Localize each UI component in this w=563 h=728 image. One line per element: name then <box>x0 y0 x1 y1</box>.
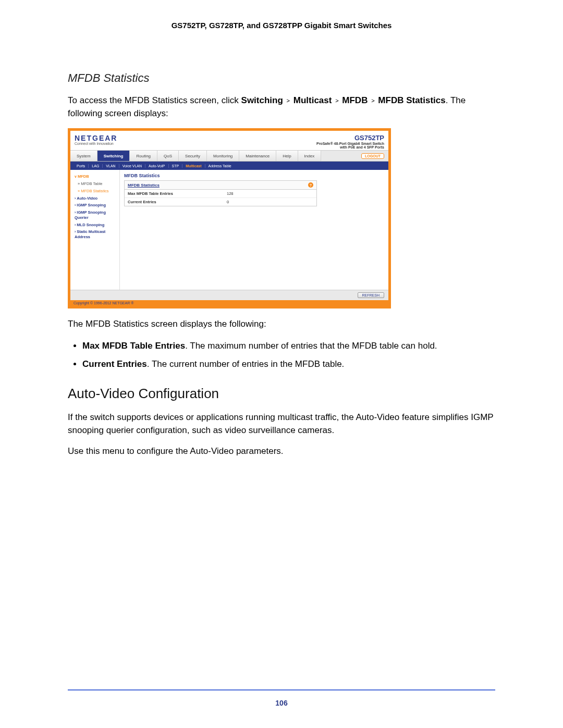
stat-label: Current Entries <box>128 200 227 204</box>
stat-value: 0 <box>227 200 229 204</box>
after-shot-text: The MFDB Statistics screen displays the … <box>68 318 495 331</box>
description-list: Max MFDB Table Entries. The maximum numb… <box>68 339 495 371</box>
logout-button[interactable]: LOGOUT <box>361 153 384 159</box>
nav-label: MFDB <box>78 174 89 179</box>
nav-label: IGMP Snooping Querier <box>75 210 106 220</box>
list-item: Max MFDB Table Entries. The maximum numb… <box>82 339 495 353</box>
nav-label: MFDB Statistics <box>81 189 108 193</box>
tab-maintenance[interactable]: Maintenance <box>239 151 276 161</box>
content-title: MFDB Statistics <box>124 173 384 178</box>
crumb-0: Switching <box>241 95 283 105</box>
tab-index[interactable]: Index <box>298 151 322 161</box>
nav-label: Static Multicast Address <box>75 229 105 239</box>
subtab-multicast[interactable]: Multicast <box>182 164 205 168</box>
nav-mfdb-table[interactable]: » MFDB Table <box>72 180 117 188</box>
model-sub1: ProSafe® 48-Port Gigabit Smart Switch <box>316 142 384 145</box>
bullet-bold: Current Entries <box>82 359 147 369</box>
crumb-sep: > <box>286 97 291 104</box>
nav-mfdb[interactable]: vMFDB <box>72 173 117 180</box>
nav-label: MFDB Table <box>81 181 102 186</box>
nav-auto-video[interactable]: ›Auto-Video <box>72 195 117 202</box>
page-number: 106 <box>275 699 287 707</box>
model-block: GS752TP ProSafe® 48-Port Gigabit Smart S… <box>316 134 384 149</box>
panel-header: MFDB Statistics <box>128 183 160 188</box>
subtab-stp[interactable]: STP <box>169 164 183 168</box>
model-sub2: with PoE and 4 SFP Ports <box>316 145 384 149</box>
page-footer: 106 <box>68 689 495 707</box>
nav-igmp-snooping-querier[interactable]: ›IGMP Snooping Querier <box>72 209 117 221</box>
help-icon[interactable]: ? <box>308 182 313 188</box>
screenshot-footer: REFRESH <box>70 290 388 300</box>
crumb-2: MFDB <box>342 95 368 105</box>
tab-help[interactable]: Help <box>276 151 298 161</box>
bullet-bold: Max MFDB Table Entries <box>82 341 185 351</box>
crumb-3: MFDB Statistics <box>378 95 445 105</box>
tab-routing[interactable]: Routing <box>130 151 157 161</box>
sub-tabs: Ports LAG VLAN Voice VLAN Auto-VoIP STP … <box>70 162 388 170</box>
content-area: MFDB Statistics MFDB Statistics ? Max MF… <box>120 170 388 290</box>
stat-row: Max MFDB Table Entries 128 <box>125 190 316 198</box>
nav-label: IGMP Snooping <box>77 203 106 207</box>
subtab-auto-voip[interactable]: Auto-VoIP <box>145 164 169 168</box>
brand-name: NETGEAR <box>75 134 117 142</box>
side-nav: vMFDB » MFDB Table » MFDB Statistics ›Au… <box>70 170 120 290</box>
list-item: Current Entries. The current number of e… <box>82 357 495 371</box>
nav-igmp-snooping[interactable]: ›IGMP Snooping <box>72 202 117 209</box>
stat-row: Current Entries 0 <box>125 198 316 206</box>
auto-video-p1: If the switch supports devices or applic… <box>68 411 495 437</box>
tab-system[interactable]: System <box>70 151 97 161</box>
subtab-address-table[interactable]: Address Table <box>205 164 235 168</box>
nav-label: MLD Snooping <box>77 223 104 227</box>
heading-auto-video: Auto-Video Configuration <box>68 386 495 402</box>
intro-prefix: To access the MFDB Statistics screen, cl… <box>68 95 241 105</box>
tab-monitoring[interactable]: Monitoring <box>207 151 239 161</box>
model-name: GS752TP <box>316 134 384 142</box>
subtab-lag[interactable]: LAG <box>89 164 103 168</box>
nav-mld-snooping[interactable]: ›MLD Snooping <box>72 221 117 229</box>
subtab-vlan[interactable]: VLAN <box>103 164 119 168</box>
brand-tagline: Connect with Innovation <box>75 142 117 145</box>
nav-label: Auto-Video <box>77 196 97 201</box>
nav-mfdb-statistics[interactable]: » MFDB Statistics <box>72 188 117 195</box>
top-tabs: System Switching Routing QoS Security Mo… <box>70 150 388 162</box>
stat-value: 128 <box>227 191 234 196</box>
section-title: MFDB Statistics <box>68 71 495 85</box>
tab-switching[interactable]: Switching <box>97 151 130 161</box>
subtab-ports[interactable]: Ports <box>74 164 89 168</box>
screenshot-header: NETGEAR Connect with Innovation GS752TP … <box>70 131 388 150</box>
intro-text: To access the MFDB Statistics screen, cl… <box>68 94 495 120</box>
subtab-voice-vlan[interactable]: Voice VLAN <box>119 164 145 168</box>
refresh-button[interactable]: REFRESH <box>358 292 384 298</box>
tab-qos[interactable]: QoS <box>157 151 179 161</box>
bullet-rest: . The maximum number of entries that the… <box>185 341 437 351</box>
stat-label: Max MFDB Table Entries <box>128 191 227 196</box>
screenshot-panel: NETGEAR Connect with Innovation GS752TP … <box>68 128 391 309</box>
stats-panel: MFDB Statistics ? Max MFDB Table Entries… <box>124 180 317 206</box>
crumb-1: Multicast <box>293 95 332 105</box>
bullet-rest: . The current number of entries in the M… <box>147 359 345 369</box>
brand-block: NETGEAR Connect with Innovation <box>75 134 117 149</box>
crumb-sep: > <box>370 97 375 104</box>
tab-security[interactable]: Security <box>179 151 207 161</box>
auto-video-p2: Use this menu to configure the Auto-Vide… <box>68 445 495 458</box>
doc-header: GS752TP, GS728TP, and GS728TPP Gigabit S… <box>68 21 495 30</box>
nav-static-multicast-address[interactable]: ›Static Multicast Address <box>72 228 117 241</box>
copyright-bar: Copyright © 1996-2012 NETGEAR ® <box>70 300 388 306</box>
crumb-sep: > <box>334 97 339 104</box>
